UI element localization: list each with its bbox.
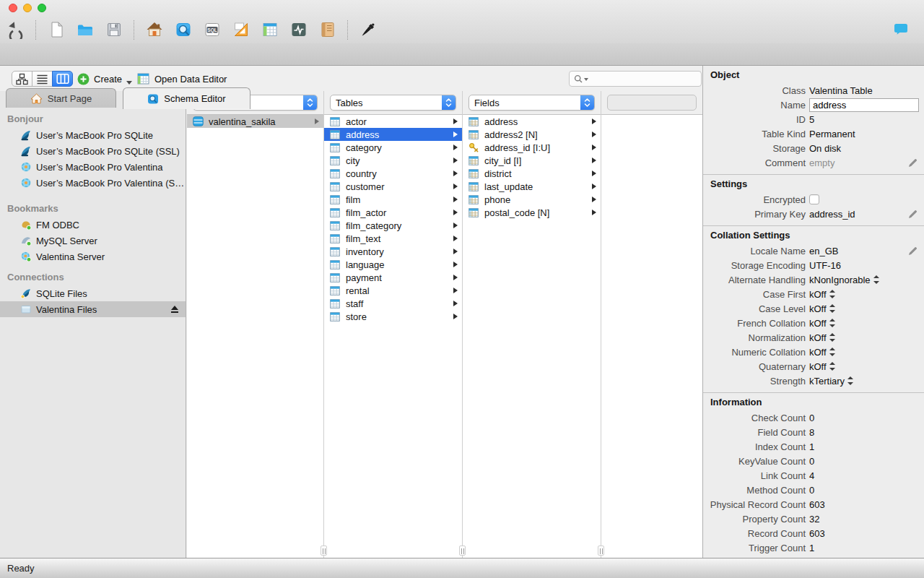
normalization-value[interactable]: kOff	[809, 332, 827, 343]
disclosure-arrow-icon[interactable]	[453, 301, 458, 306]
table-item[interactable]: film_category	[324, 219, 462, 232]
tab-start-page[interactable]: Start Page	[6, 88, 116, 108]
disclosure-arrow-icon[interactable]	[453, 184, 458, 189]
feedback-bubble-icon[interactable]	[894, 23, 908, 35]
sidebar-item-valentina-server[interactable]: Valentina Server	[0, 249, 186, 264]
close-button[interactable]	[9, 4, 17, 12]
stepper-icon[interactable]	[829, 333, 835, 342]
edit-pencil-icon[interactable]	[908, 158, 918, 168]
disclosure-arrow-icon[interactable]	[453, 171, 458, 176]
tree-view-button[interactable]	[12, 71, 32, 87]
search-options-caret-icon[interactable]	[584, 78, 588, 81]
sidebar-item-fm-odbc[interactable]: FM ODBC	[0, 217, 186, 233]
disclosure-arrow-icon[interactable]	[592, 210, 596, 215]
table-item[interactable]: store	[324, 310, 462, 323]
column-resize-handle[interactable]	[598, 545, 604, 556]
column-view-button[interactable]	[52, 71, 73, 87]
sql-editor-button[interactable]: SQL	[201, 19, 223, 41]
field-item[interactable]: address_id [I:U]	[463, 141, 601, 154]
alternate-handling-value[interactable]: kNonIgnorable	[809, 275, 871, 285]
minimize-button[interactable]	[23, 4, 32, 12]
disclosure-arrow-icon[interactable]	[592, 144, 596, 150]
table-item[interactable]: customer	[324, 180, 462, 193]
fields-picker[interactable]: Fields	[468, 95, 595, 111]
tab-schema-editor[interactable]: Schema Editor	[123, 87, 250, 109]
sidebar-item-user-s-macbook-pro-sqlite[interactable]: User’s MacBook Pro SQLite	[0, 127, 186, 143]
sidebar-item-user-s-macbook-pro-valentina[interactable]: User’s MacBook Pro Valentina	[0, 159, 186, 175]
stepper-icon[interactable]	[847, 376, 853, 385]
disclosure-arrow-icon[interactable]	[453, 314, 458, 319]
save-button[interactable]	[103, 19, 125, 41]
disclosure-arrow-icon[interactable]	[453, 158, 458, 163]
field-item[interactable]: phone	[463, 193, 601, 206]
open-data-editor-button[interactable]: Open Data Editor	[137, 71, 227, 87]
report-button[interactable]	[316, 19, 339, 41]
disclosure-arrow-icon[interactable]	[453, 131, 458, 137]
disclosure-arrow-icon[interactable]	[592, 184, 596, 189]
case-level-value[interactable]: kOff	[809, 303, 827, 314]
column-resize-handle[interactable]	[459, 545, 466, 556]
table-item[interactable]: film	[324, 193, 462, 206]
list-view-button[interactable]	[32, 71, 53, 87]
strength-value[interactable]: kTertiary	[809, 376, 845, 387]
sidebar-item-valentina-files[interactable]: Valentina Files	[0, 301, 186, 317]
table-item[interactable]: staff	[324, 297, 462, 310]
edit-pencil-icon[interactable]	[908, 246, 918, 256]
disclosure-arrow-icon[interactable]	[453, 275, 458, 280]
stepper-icon[interactable]	[873, 275, 879, 284]
sidebar-item-user-s-macbook-pro-valentina-s[interactable]: User’s MacBook Pro Valentina (S…	[0, 175, 186, 191]
open-folder-button[interactable]	[74, 19, 96, 41]
french-collation-value[interactable]: kOff	[809, 318, 827, 329]
sidebar-item-mysql-server[interactable]: MySQL Server	[0, 233, 186, 249]
column-resize-handle[interactable]	[321, 545, 327, 556]
eject-icon[interactable]	[170, 306, 179, 313]
disclosure-arrow-icon[interactable]	[453, 118, 458, 124]
home-button[interactable]	[143, 19, 165, 41]
field-item[interactable]: city_id [I]	[463, 154, 601, 167]
stepper-icon[interactable]	[829, 348, 835, 356]
table-item[interactable]: film_text	[324, 232, 462, 245]
stepper-icon[interactable]	[829, 319, 835, 327]
table-item[interactable]: film_actor	[324, 206, 462, 219]
encrypted-checkbox[interactable]	[809, 194, 819, 204]
disclosure-arrow-icon[interactable]	[592, 158, 596, 163]
server-admin-button[interactable]	[287, 19, 310, 41]
table-item[interactable]: language	[324, 258, 462, 271]
field-item[interactable]: last_update	[463, 180, 601, 193]
table-item[interactable]: country	[324, 167, 462, 180]
disclosure-arrow-icon[interactable]	[592, 131, 596, 137]
database-item[interactable]: valentina_sakila	[187, 115, 323, 128]
quaternary-value[interactable]: kOff	[809, 361, 827, 372]
table-item[interactable]: rental	[324, 284, 462, 297]
disclosure-arrow-icon[interactable]	[453, 223, 458, 228]
edit-pencil-icon[interactable]	[908, 210, 918, 219]
disclosure-arrow-icon[interactable]	[453, 236, 458, 241]
table-item[interactable]: city	[324, 154, 462, 167]
numeric-collation-value[interactable]: kOff	[809, 347, 827, 358]
disclosure-arrow-icon[interactable]	[453, 288, 458, 293]
search-input[interactable]	[589, 74, 722, 85]
stepper-icon[interactable]	[829, 290, 835, 298]
stepper-icon[interactable]	[829, 304, 835, 313]
field-item[interactable]: district	[463, 167, 601, 180]
sidebar-item-user-s-macbook-pro-sqlite-ssl[interactable]: User’s MacBook Pro SQLite (SSL)	[0, 143, 186, 159]
disclosure-arrow-icon[interactable]	[592, 171, 596, 176]
field-item[interactable]: address	[463, 115, 601, 128]
tables-picker[interactable]: Tables	[330, 95, 456, 111]
table-item[interactable]: address	[324, 128, 462, 141]
field-item[interactable]: address2 [N]	[463, 128, 601, 141]
disclosure-arrow-icon[interactable]	[453, 249, 458, 254]
disclosure-arrow-icon[interactable]	[592, 197, 596, 202]
sidebar-item-sqlite-files[interactable]: SQLite Files	[0, 285, 186, 301]
disclosure-arrow-icon[interactable]	[315, 118, 319, 124]
disclosure-arrow-icon[interactable]	[592, 118, 596, 124]
disclosure-arrow-icon[interactable]	[453, 197, 458, 202]
chevron-down-icon[interactable]	[126, 81, 132, 85]
table-item[interactable]: category	[324, 141, 462, 154]
name-input[interactable]	[809, 98, 919, 112]
disclosure-arrow-icon[interactable]	[453, 144, 458, 150]
disclosure-arrow-icon[interactable]	[453, 210, 458, 215]
new-document-button[interactable]	[45, 19, 67, 41]
field-item[interactable]: postal_code [N]	[463, 206, 601, 219]
table-item[interactable]: actor	[324, 115, 462, 128]
